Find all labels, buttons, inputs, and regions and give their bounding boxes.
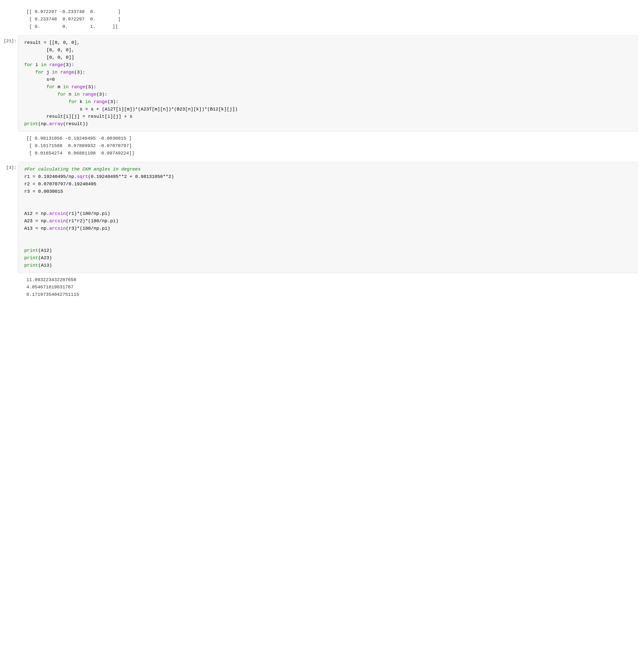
cell-3-output: 11.093223432207658 4.054671819831707 0.1… <box>0 275 644 302</box>
notebook: [[ 0.972297 -0.233748 0. ] [ 0.233748 0.… <box>0 7 644 302</box>
cell-3-code[interactable]: #For calculating the CKM angles in degre… <box>18 162 637 273</box>
cell-3: [3]: #For calculating the CKM angles in … <box>0 162 644 273</box>
cell-21-output: [[ 0.98131056 -0.19240495 -0.0030015 ] [… <box>0 133 644 160</box>
cell-3-label: [3]: <box>0 162 18 273</box>
top-output: [[ 0.972297 -0.233748 0. ] [ 0.233748 0.… <box>0 7 644 34</box>
cell-21: [21]: result = [[0, 0, 0], [0, 0, 0], [0… <box>0 35 644 132</box>
cell-21-label: [21]: <box>0 35 18 132</box>
cell-21-code[interactable]: result = [[0, 0, 0], [0, 0, 0], [0, 0, 0… <box>18 35 637 132</box>
